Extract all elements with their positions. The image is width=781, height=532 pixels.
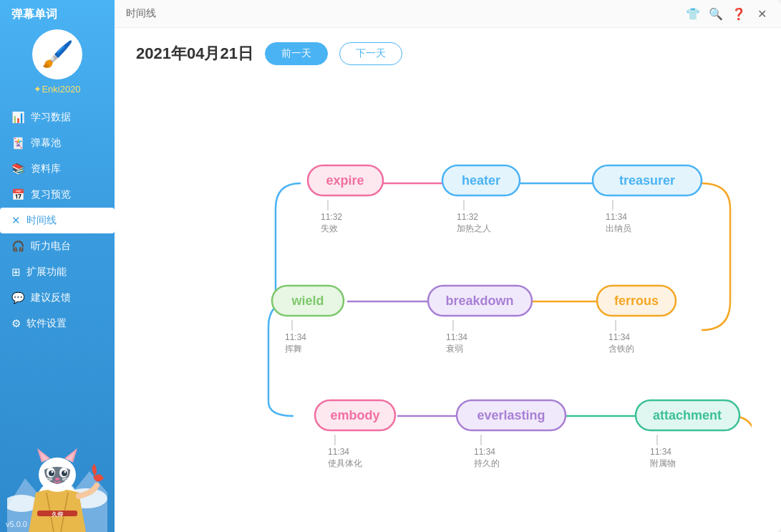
word-node-breakdown[interactable]: breakdown: [428, 286, 532, 316]
timeline-svg: expire 11:32 失效 heater 11:32 加热之人: [136, 87, 752, 502]
current-date: 2021年04月21日: [136, 43, 253, 64]
svg-text:衰弱: 衰弱: [446, 344, 463, 354]
svg-text:附属物: 附属物: [650, 458, 676, 468]
content-area: 2021年04月21日 前一天 下一天: [115, 28, 781, 532]
word-info-attachment: 11:34 附属物: [650, 435, 676, 468]
pool-icon: 🃏: [11, 137, 25, 150]
sidebar-item-expand-label: 扩展功能: [26, 266, 67, 279]
word-node-heater[interactable]: heater: [442, 165, 520, 195]
next-day-button[interactable]: 下一天: [339, 42, 402, 65]
sidebar-item-feedback-label: 建议反馈: [31, 291, 71, 304]
sidebar: 弹幕单词 🖌️ ✦Enki2020 📊 学习数据 🃏 弹幕池 📚 资料库 📅 复…: [0, 0, 115, 532]
username: ✦Enki2020: [34, 84, 80, 95]
word-info-embody: 11:34 使具体化: [328, 435, 362, 468]
svg-text:embody: embody: [330, 408, 379, 422]
sidebar-item-library[interactable]: 📚 资料库: [0, 156, 115, 182]
svg-text:11:34: 11:34: [285, 332, 306, 342]
timeline-icon: ✕: [11, 214, 21, 227]
svg-text:加热之人: 加热之人: [457, 223, 491, 233]
sidebar-item-timeline[interactable]: ✕ 时间线: [0, 208, 115, 233]
svg-point-12: [55, 478, 59, 480]
radio-icon: 🎧: [11, 240, 25, 253]
sidebar-item-radio[interactable]: 🎧 听力电台: [0, 233, 115, 259]
expand-icon: ⊞: [11, 266, 21, 279]
svg-text:attachment: attachment: [653, 408, 722, 422]
sidebar-item-expand[interactable]: ⊞ 扩展功能: [0, 259, 115, 285]
timeline-container: expire 11:32 失效 heater 11:32 加热之人: [136, 87, 752, 502]
word-info-ferrous: 11:34 含铁的: [608, 320, 634, 354]
svg-text:久仰: 久仰: [51, 511, 63, 518]
mascot: 久仰: [7, 421, 107, 532]
svg-text:11:34: 11:34: [650, 447, 671, 457]
close-button[interactable]: ✕: [754, 6, 770, 21]
sidebar-item-library-label: 资料库: [31, 163, 61, 175]
svg-text:11:34: 11:34: [474, 447, 495, 457]
sidebar-item-stats[interactable]: 📊 学习数据: [0, 105, 115, 130]
svg-text:heater: heater: [462, 173, 500, 188]
word-info-expire: 11:32 失效: [321, 200, 342, 233]
titlebar: 时间线 👕 🔍 ❓ ✕: [115, 0, 781, 28]
sidebar-item-timeline-label: 时间线: [26, 214, 57, 227]
word-info-everlasting: 11:34 持久的: [474, 435, 500, 468]
app-title: 弹幕单词: [0, 7, 57, 22]
svg-text:wield: wield: [291, 294, 324, 308]
prev-day-button[interactable]: 前一天: [265, 42, 328, 65]
sidebar-item-pool-label: 弹幕池: [31, 137, 61, 150]
word-node-treasurer[interactable]: treasurer: [593, 165, 702, 195]
date-navigation: 2021年04月21日 前一天 下一天: [136, 42, 760, 65]
stats-icon: 📊: [11, 111, 25, 124]
svg-text:11:34: 11:34: [328, 447, 349, 457]
svg-text:breakdown: breakdown: [445, 294, 513, 308]
svg-text:expire: expire: [326, 173, 364, 188]
svg-text:11:34: 11:34: [606, 212, 627, 222]
sidebar-item-stats-label: 学习数据: [31, 111, 71, 124]
sidebar-item-feedback[interactable]: 💬 建议反馈: [0, 285, 115, 311]
svg-text:treasurer: treasurer: [619, 173, 675, 188]
version-label: v5.0.0: [6, 520, 27, 528]
svg-text:挥舞: 挥舞: [285, 344, 302, 354]
sidebar-item-review[interactable]: 📅 复习预览: [0, 182, 115, 208]
sidebar-item-settings-label: 软件设置: [26, 317, 67, 330]
library-icon: 📚: [11, 163, 25, 175]
svg-text:使具体化: 使具体化: [328, 458, 362, 468]
svg-text:含铁的: 含铁的: [608, 344, 634, 354]
settings-icon: ⚙: [11, 317, 21, 330]
svg-text:ferrous: ferrous: [614, 294, 659, 308]
sidebar-item-pool[interactable]: 🃏 弹幕池: [0, 130, 115, 156]
word-node-attachment[interactable]: attachment: [636, 400, 739, 430]
sidebar-item-review-label: 复习预览: [31, 188, 71, 201]
titlebar-actions: 👕 🔍 ❓ ✕: [685, 6, 770, 21]
svg-point-10: [52, 471, 54, 473]
word-node-expire[interactable]: expire: [308, 165, 383, 195]
svg-text:11:32: 11:32: [321, 212, 342, 222]
feedback-icon: 💬: [11, 291, 25, 304]
word-info-breakdown: 11:34 衰弱: [446, 320, 467, 354]
word-info-treasurer: 11:34 出纳员: [606, 200, 631, 233]
svg-text:11:34: 11:34: [446, 332, 467, 342]
search-button[interactable]: 🔍: [708, 6, 724, 21]
sidebar-item-radio-label: 听力电台: [31, 240, 71, 253]
word-node-wield[interactable]: wield: [272, 286, 344, 316]
word-node-ferrous[interactable]: ferrous: [597, 286, 676, 316]
word-info-heater: 11:32 加热之人: [457, 200, 491, 233]
help-button[interactable]: ❓: [731, 6, 747, 21]
svg-text:everlasting: everlasting: [477, 408, 545, 422]
svg-text:出纳员: 出纳员: [606, 223, 631, 233]
svg-text:11:32: 11:32: [457, 212, 478, 222]
window-title: 时间线: [126, 7, 156, 20]
word-node-embody[interactable]: embody: [315, 400, 395, 430]
svg-point-11: [64, 471, 67, 473]
main-content: 时间线 👕 🔍 ❓ ✕ 2021年04月21日 前一天 下一天: [115, 0, 781, 532]
svg-text:失效: 失效: [321, 223, 338, 233]
svg-text:持久的: 持久的: [474, 458, 500, 468]
sidebar-item-settings[interactable]: ⚙ 软件设置: [0, 311, 115, 337]
review-icon: 📅: [11, 188, 25, 201]
word-node-everlasting[interactable]: everlasting: [457, 400, 566, 430]
shirt-button[interactable]: 👕: [685, 6, 701, 21]
svg-text:11:34: 11:34: [608, 332, 630, 342]
word-info-wield: 11:34 挥舞: [285, 320, 306, 354]
avatar: 🖌️: [32, 29, 82, 79]
